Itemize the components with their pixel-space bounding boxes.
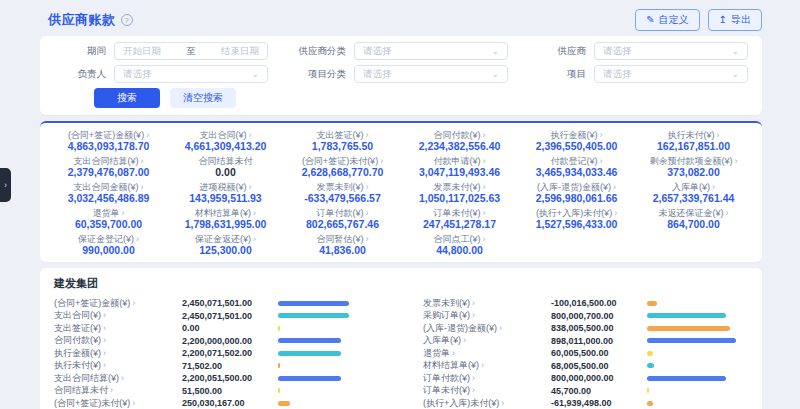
stat-metric[interactable]: 订单未付(¥)› 247,451,278.17 — [401, 207, 518, 231]
chevron-right-icon: › — [136, 234, 139, 244]
stat-metric[interactable]: 支出合同(¥)› 4,661,309,413.20 — [167, 129, 284, 153]
metric-label[interactable]: (执行+入库)未付(¥)› — [423, 397, 551, 409]
stat-metric[interactable]: 进项税额(¥)› 143,959,511.93 — [167, 181, 284, 205]
stat-metric[interactable]: 材料结算单(¥)› 1,798,631,995.00 — [167, 207, 284, 231]
stat-value[interactable]: 373,082.00 — [635, 167, 752, 178]
search-button[interactable]: 搜索 — [94, 88, 160, 108]
stat-metric[interactable]: 付款登记(¥)› 3,465,934,033.46 — [518, 155, 635, 179]
stat-value[interactable]: 1,783,765.50 — [284, 141, 401, 152]
stat-metric[interactable]: 入库单(¥)› 2,657,339,761.44 — [635, 181, 752, 205]
topbar: 供应商账款 ? ✎ 自定义 ↥ 导出 — [48, 9, 762, 31]
metric-label[interactable]: 支出签证(¥)› — [54, 322, 182, 335]
stat-metric[interactable]: 合同暂估(¥)› 41,836.00 — [284, 233, 401, 257]
chevron-right-icon: › — [253, 234, 256, 244]
metric-label[interactable]: 发票未到(¥)› — [423, 297, 551, 310]
stat-metric[interactable]: 合同付款(¥)› 2,234,382,556.40 — [401, 129, 518, 153]
end-date-input[interactable]: 结束日期 — [221, 45, 259, 58]
chevron-right-icon: › — [735, 156, 738, 166]
stat-metric[interactable]: 执行未付(¥)› 162,167,851.00 — [635, 129, 752, 153]
stat-value[interactable]: 864,700.00 — [635, 219, 752, 230]
stat-value[interactable]: 41,836.00 — [284, 245, 401, 256]
stat-metric[interactable]: 合同点工(¥)› 44,800.00 — [401, 233, 518, 257]
metric-label[interactable]: 支出合同(¥)› — [54, 309, 182, 322]
stat-value[interactable]: 1,527,596,433.00 — [518, 219, 635, 230]
stat-metric[interactable]: 支出合同结算(¥)› 2,379,476,087.00 — [50, 155, 167, 179]
stat-metric[interactable]: 订单付款(¥)› 802,665,767.46 — [284, 207, 401, 231]
stat-metric[interactable]: (合同+签证)金额(¥)› 4,863,093,178.70 — [50, 129, 167, 153]
stat-label: 剩余预付款项金额(¥)› — [635, 156, 752, 166]
stat-label: 入库单(¥)› — [635, 182, 752, 192]
stat-value[interactable]: 2,596,980,061.66 — [518, 193, 635, 204]
metric-label[interactable]: (合同+签证)金额(¥)› — [54, 297, 182, 310]
stat-metric[interactable]: 支出签证(¥)› 1,783,765.50 — [284, 129, 401, 153]
stat-metric[interactable]: 退货单› 60,359,700.00 — [50, 207, 167, 231]
stat-value[interactable]: 2,396,550,405.00 — [518, 141, 635, 152]
stat-value[interactable]: 4,863,093,178.70 — [50, 141, 167, 152]
select-input[interactable]: 请选择 ⌄ — [354, 65, 508, 83]
stat-value[interactable]: 4,661,309,413.20 — [167, 141, 284, 152]
stat-value[interactable]: 2,234,382,556.40 — [401, 141, 518, 152]
metric-label[interactable]: 订单未付(¥)› — [423, 384, 551, 397]
stat-metric[interactable]: 发票未到(¥)› -633,479,566.57 — [284, 181, 401, 205]
metric-label[interactable]: 退货单› — [423, 347, 551, 360]
stat-value[interactable]: -633,479,566.57 — [284, 193, 401, 204]
metric-label[interactable]: 支出合同结算(¥)› — [54, 372, 182, 385]
metric-label[interactable]: 执行金额(¥)› — [54, 347, 182, 360]
metric-label[interactable]: 入库单(¥)› — [423, 334, 551, 347]
stat-value[interactable]: 3,465,934,033.46 — [518, 167, 635, 178]
metric-label[interactable]: 合同付款(¥)› — [54, 334, 182, 347]
stat-metric[interactable]: 付款申请(¥)› 3,047,119,493.46 — [401, 155, 518, 179]
stat-metric[interactable]: (入库-退货)金额(¥)› 2,596,980,061.66 — [518, 181, 635, 205]
stat-value[interactable]: 3,032,456,486.89 — [50, 193, 167, 204]
select-input[interactable]: 请选择 ⌄ — [114, 65, 268, 83]
stat-value[interactable]: 1,050,117,025.63 — [401, 193, 518, 204]
export-label: 导出 — [731, 13, 751, 27]
stat-value[interactable]: 802,665,767.46 — [284, 219, 401, 230]
clear-search-button[interactable]: 清空搜索 — [170, 88, 236, 108]
stat-value[interactable]: 990,000.00 — [50, 245, 167, 256]
customize-button[interactable]: ✎ 自定义 — [635, 9, 699, 31]
chevron-down-icon: ⌄ — [491, 49, 499, 54]
metric-bar — [278, 363, 379, 368]
metric-label[interactable]: 订单付款(¥)› — [423, 372, 551, 385]
stat-metric[interactable]: 支出合同金额(¥)› 3,032,456,486.89 — [50, 181, 167, 205]
stat-metric[interactable]: 剩余预付款项金额(¥)› 373,082.00 — [635, 155, 752, 179]
stat-metric[interactable]: 未返还保证金(¥)› 864,700.00 — [635, 207, 752, 231]
stat-value[interactable]: 162,167,851.00 — [635, 141, 752, 152]
metric-bar — [278, 313, 379, 318]
metric-label[interactable]: 材料结算单(¥)› — [423, 359, 551, 372]
metric-label[interactable]: 执行未付(¥)› — [54, 359, 182, 372]
stat-metric[interactable]: 保证金返还(¥)› 125,300.00 — [167, 233, 284, 257]
help-icon[interactable]: ? — [121, 14, 133, 26]
select-input[interactable]: 请选择 ⌄ — [354, 42, 508, 60]
chevron-right-icon: › — [501, 398, 504, 408]
stat-value[interactable]: 2,628,668,770.70 — [284, 167, 401, 178]
stat-value[interactable]: 0.00 — [167, 167, 284, 178]
stat-value[interactable]: 44,800.00 — [401, 245, 518, 256]
stat-value[interactable]: 60,359,700.00 — [50, 219, 167, 230]
select-input[interactable]: 请选择 ⌄ — [594, 65, 748, 83]
stat-metric[interactable]: 执行金额(¥)› 2,396,550,405.00 — [518, 129, 635, 153]
chevron-right-icon: › — [499, 323, 502, 333]
stat-value[interactable]: 2,657,339,761.44 — [635, 193, 752, 204]
metric-label[interactable]: 采购订单(¥)› — [423, 309, 551, 322]
date-range-input[interactable]: 开始日期 至 结束日期 — [114, 42, 268, 60]
start-date-input[interactable]: 开始日期 — [123, 45, 161, 58]
stat-metric[interactable]: 发票未付(¥)› 1,050,117,025.63 — [401, 181, 518, 205]
metric-label[interactable]: (合同+签证)未付(¥)› — [54, 397, 182, 409]
stat-metric[interactable]: (执行+入库)未付(¥)› 1,527,596,433.00 — [518, 207, 635, 231]
stat-value[interactable]: 143,959,511.93 — [167, 193, 284, 204]
metric-label[interactable]: (入库-退货)金额(¥)› — [423, 322, 551, 335]
stat-metric[interactable]: (合同+签证)未付(¥)› 2,628,668,770.70 — [284, 155, 401, 179]
stat-value[interactable]: 2,379,476,087.00 — [50, 167, 167, 178]
stat-value[interactable]: 125,300.00 — [167, 245, 284, 256]
stat-value[interactable]: 3,047,119,493.46 — [401, 167, 518, 178]
stat-metric[interactable]: 保证金登记(¥)› 990,000.00 — [50, 233, 167, 257]
select-input[interactable]: 请选择 ⌄ — [594, 42, 748, 60]
stat-value[interactable]: 247,451,278.17 — [401, 219, 518, 230]
stat-metric[interactable]: 合同结算未付› 0.00 — [167, 155, 284, 179]
export-button[interactable]: ↥ 导出 — [708, 9, 762, 31]
stat-value[interactable]: 1,798,631,995.00 — [167, 219, 284, 230]
drawer-handle[interactable]: › — [0, 168, 11, 202]
metric-label[interactable]: 合同结算未付› — [54, 384, 182, 397]
